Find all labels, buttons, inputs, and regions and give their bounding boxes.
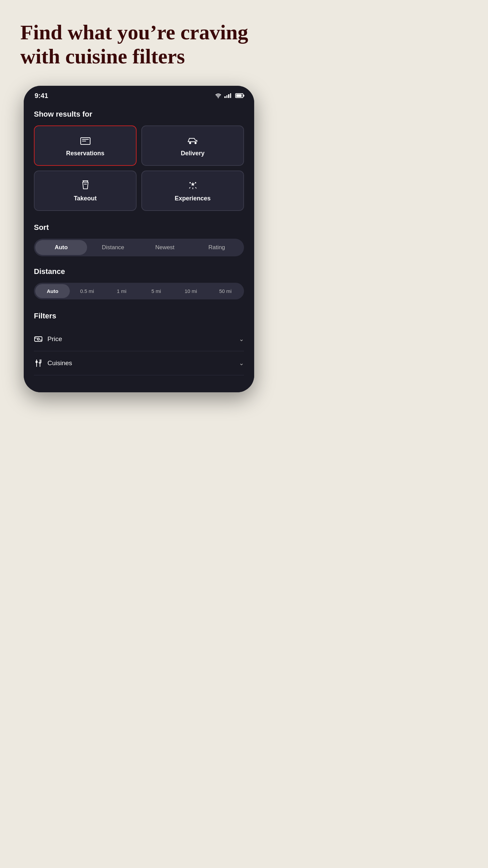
sort-pill-group: Auto Distance Newest Rating: [34, 239, 244, 256]
phone-status-icons: [215, 93, 243, 98]
result-type-grid: Reservations Delivery Takeo: [34, 125, 244, 211]
experiences-card[interactable]: Experiences: [141, 171, 244, 211]
price-filter-row[interactable]: Price ⌄: [34, 327, 244, 351]
distance-section: Distance Auto 0.5 mi 1 mi 5 mi 10 mi 50 …: [34, 267, 244, 299]
reservations-card[interactable]: Reservations: [34, 125, 137, 166]
price-filter-label: Price: [47, 335, 62, 343]
filters-section: Filters Price ⌄: [34, 312, 244, 375]
wifi-icon: [215, 93, 222, 98]
page-title: Find what you’re craving with cuisine fi…: [14, 20, 248, 69]
takeout-card[interactable]: Takeout: [34, 171, 137, 211]
svg-rect-8: [35, 337, 42, 341]
phone-screen: Show results for Reservations: [24, 103, 254, 392]
phone-notch: [129, 91, 149, 98]
sort-auto[interactable]: Auto: [35, 240, 87, 255]
cuisines-chevron-icon: ⌄: [239, 359, 244, 367]
sort-newest[interactable]: Newest: [139, 240, 191, 255]
svg-point-7: [189, 182, 191, 183]
distance-half-mi[interactable]: 0.5 mi: [70, 284, 104, 298]
price-chevron-icon: ⌄: [239, 335, 244, 343]
distance-10mi[interactable]: 10 mi: [174, 284, 208, 298]
svg-rect-1: [82, 139, 89, 140]
svg-point-4: [195, 142, 197, 144]
svg-rect-2: [82, 141, 86, 141]
sort-distance[interactable]: Distance: [87, 240, 139, 255]
takeout-label: Takeout: [74, 195, 97, 202]
distance-50mi[interactable]: 50 mi: [208, 284, 243, 298]
sort-label: Sort: [34, 223, 244, 232]
sort-rating[interactable]: Rating: [191, 240, 243, 255]
phone-mockup: 9:41 Show results for: [24, 86, 254, 392]
filters-label: Filters: [34, 312, 244, 320]
distance-pill-group: Auto 0.5 mi 1 mi 5 mi 10 mi 50 mi: [34, 283, 244, 299]
cuisines-filter-row[interactable]: Cuisines ⌄: [34, 351, 244, 375]
distance-1mi[interactable]: 1 mi: [104, 284, 139, 298]
svg-point-9: [37, 338, 39, 340]
distance-label: Distance: [34, 267, 244, 276]
phone-status-bar: 9:41: [24, 86, 254, 103]
sort-section: Sort Auto Distance Newest Rating: [34, 223, 244, 256]
reservations-icon: [79, 134, 92, 146]
distance-auto[interactable]: Auto: [35, 284, 70, 298]
experiences-icon: [187, 179, 199, 192]
show-results-label: Show results for: [34, 110, 244, 119]
phone-time: 9:41: [35, 92, 48, 100]
svg-point-3: [189, 142, 191, 144]
reservations-label: Reservations: [66, 150, 104, 157]
price-icon: [34, 335, 43, 343]
cuisines-icon: [34, 359, 43, 368]
delivery-card[interactable]: Delivery: [141, 125, 244, 166]
experiences-label: Experiences: [175, 195, 210, 202]
delivery-icon: [187, 134, 199, 146]
delivery-label: Delivery: [181, 150, 204, 157]
svg-point-6: [195, 182, 196, 183]
battery-icon: [235, 93, 243, 98]
signal-icon: [224, 93, 231, 98]
distance-5mi[interactable]: 5 mi: [139, 284, 174, 298]
cuisines-filter-label: Cuisines: [47, 359, 72, 367]
takeout-icon: [79, 179, 92, 192]
